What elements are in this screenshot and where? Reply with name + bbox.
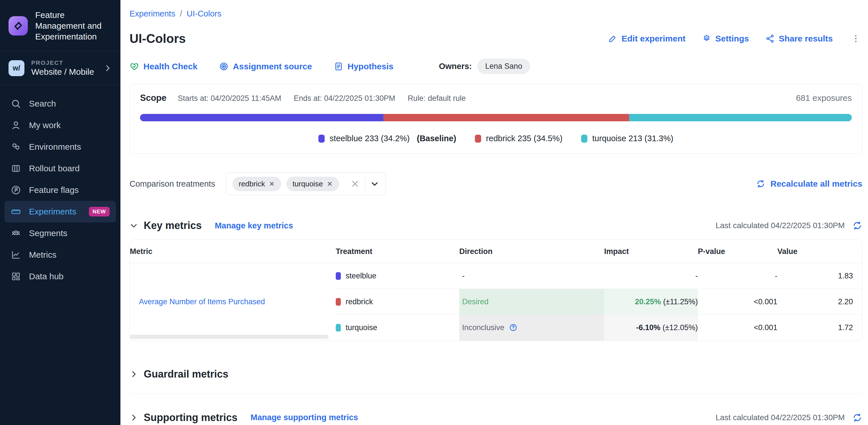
settings-button[interactable]: Settings [702,34,749,43]
sidebar-nav: Search My work Environments Rollout boar… [0,85,120,295]
owners: Owners: Lena Sano [439,59,530,74]
sidebar-item-search[interactable]: Search [4,93,116,115]
assignment-source-link[interactable]: Assignment source [219,62,312,71]
col-header-direction: Direction [459,240,604,263]
sidebar-item-data-hub[interactable]: Data hub [4,266,116,287]
metric-name-cell: Average Number of Items Purchased [130,263,336,341]
sidebar-item-label: Data hub [29,272,64,281]
chevron-right-icon[interactable] [129,413,138,422]
app-logo-icon [8,16,28,35]
owner-pill[interactable]: Lena Sano [477,59,530,74]
breadcrumb-current-link[interactable]: UI-Colors [187,9,221,19]
grid-icon [11,271,21,281]
refresh-icon[interactable] [852,220,862,231]
page-header: UI-Colors Edit experiment Settings Share… [129,32,862,46]
key-metrics-table: Metric Treatment Direction Impact P-valu… [130,240,862,341]
sidebar-item-rollout-board[interactable]: Rollout board [4,158,116,179]
project-switcher[interactable]: w/ PROJECT Website / Mobile [0,52,120,85]
table-header-row: Metric Treatment Direction Impact P-valu… [130,240,862,263]
sidebar-item-label: Segments [29,229,67,238]
legend-label: redbrick 235 (34.5%) [486,134,562,143]
sidebar-item-my-work[interactable]: My work [4,115,116,136]
scope-header: Scope Starts at: 04/20/2025 11:45AM Ends… [140,93,852,103]
manage-supporting-metrics-link[interactable]: Manage supporting metrics [250,413,358,422]
treatment-legend: steelblue 233 (34.2%) (Baseline) redbric… [140,134,852,143]
more-options-button[interactable] [849,34,862,43]
sidebar-item-feature-flags[interactable]: Feature flags [4,179,116,201]
key-metrics-header: Key metrics Manage key metrics Last calc… [129,220,862,232]
sidebar-item-label: Rollout board [29,164,80,173]
hypothesis-link[interactable]: Hypothesis [334,62,394,71]
chevron-right-icon[interactable] [129,370,138,378]
supporting-metrics-last-calculated: Last calculated 04/22/2025 01:30PM [715,413,862,423]
guardrail-metrics-header: Guardrail metrics [129,368,862,380]
scope-card: Scope Starts at: 04/20/2025 11:45AM Ends… [129,84,862,154]
remove-chip-icon[interactable] [327,181,333,187]
heart-check-icon [129,62,139,71]
horizontal-scrollbar[interactable] [130,335,329,339]
redbrick-swatch [336,298,341,306]
steelblue-swatch [336,272,341,280]
key-metrics-title: Key metrics [144,220,202,232]
col-header-metric: Metric [130,240,336,263]
breadcrumb-experiments-link[interactable]: Experiments [129,9,175,19]
project-avatar: w/ [8,60,24,76]
treatment-cell: turquoise [336,315,459,341]
key-metrics-table-card: Metric Treatment Direction Impact P-valu… [129,240,862,341]
col-header-value: Value [777,240,862,263]
sidebar-item-experiments[interactable]: Experiments NEW [4,201,116,222]
key-metrics-last-calculated: Last calculated 04/22/2025 01:30PM [715,220,862,231]
app-title: Feature Management and Experimentation [35,10,112,42]
chevron-down-icon[interactable] [370,180,379,188]
comparison-treatments-select[interactable]: redbrick turquoise [226,173,385,195]
refresh-icon [756,179,766,189]
header-actions: Edit experiment Settings Share results [608,34,862,43]
question-circle-icon[interactable] [509,323,518,332]
comparison-label: Comparison treatments [129,179,215,189]
app-logo-row[interactable]: Feature Management and Experimentation [0,0,120,51]
remove-chip-icon[interactable] [269,181,275,187]
clear-all-icon[interactable] [350,179,360,189]
direction-cell: - [459,263,604,289]
edit-experiment-button[interactable]: Edit experiment [608,34,685,43]
scope-title: Scope [140,93,166,103]
hexagons-icon [11,142,21,152]
chip-redbrick[interactable]: redbrick [232,177,281,191]
breadcrumb-separator: / [180,9,182,19]
chip-turquoise[interactable]: turquoise [286,177,339,191]
direction-cell: Desired [459,289,604,315]
bar-segment-turquoise [629,114,852,121]
turquoise-swatch [336,324,341,332]
sidebar-item-label: Feature flags [29,185,79,195]
col-header-pvalue: P-value [698,240,777,263]
sidebar-item-metrics[interactable]: Metrics [4,244,116,266]
ruler-icon [11,207,21,217]
project-label: PROJECT [31,59,94,66]
sidebar-item-environments[interactable]: Environments [4,136,116,158]
main-content: Experiments / UI-Colors UI-Colors Edit e… [120,0,868,425]
chevron-down-icon[interactable] [129,221,138,230]
metric-link[interactable]: Average Number of Items Purchased [139,298,265,306]
target-icon [219,62,229,71]
pvalue-cell: <0.001 [698,289,777,315]
manage-key-metrics-link[interactable]: Manage key metrics [215,221,293,231]
share-results-button[interactable]: Share results [766,34,833,43]
steelblue-swatch [318,135,324,143]
recalculate-all-metrics-button[interactable]: Recalculate all metrics [756,179,862,189]
exposures-count: 681 exposures [796,93,852,103]
bar-segment-redbrick [383,114,629,121]
scope-starts: Starts at: 04/20/2025 11:45AM [178,94,281,103]
refresh-icon[interactable] [852,413,862,423]
comparison-row: Comparison treatments redbrick turquoise… [129,173,862,195]
value-cell: 1.72 [777,315,862,341]
owners-label: Owners: [439,62,472,71]
sidebar-item-segments[interactable]: Segments [4,222,116,244]
breadcrumb: Experiments / UI-Colors [129,0,862,19]
chevron-right-icon [103,64,112,72]
columns-icon [11,163,21,174]
legend-label: steelblue 233 (34.2%) [330,134,410,143]
redbrick-swatch [475,135,481,143]
kebab-menu-icon [851,34,861,43]
health-check-link[interactable]: Health Check [129,62,197,71]
share-icon [766,34,775,43]
